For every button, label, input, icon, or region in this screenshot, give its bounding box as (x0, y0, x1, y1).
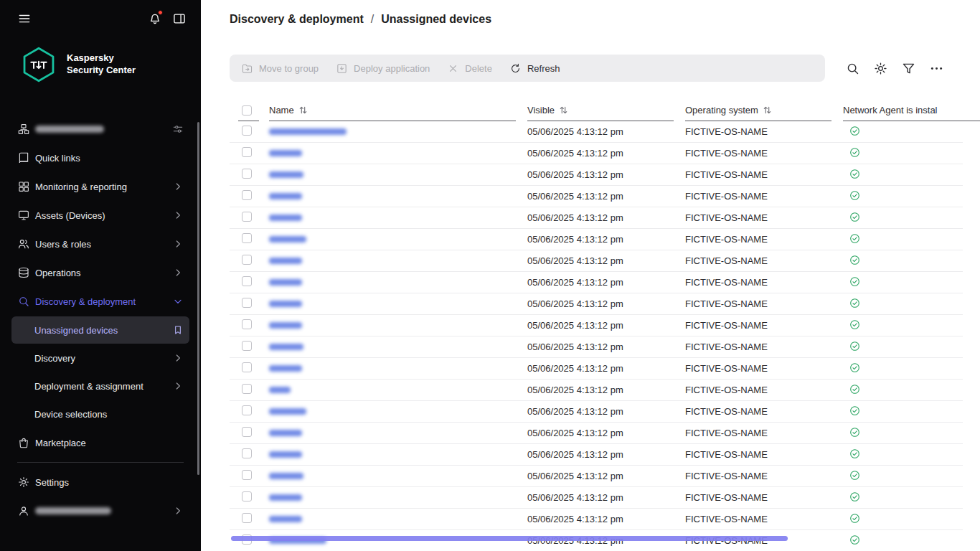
row-checkbox[interactable] (242, 491, 252, 501)
device-name-link-redacted[interactable] (269, 494, 302, 501)
device-name-link-redacted[interactable] (269, 258, 302, 264)
horizontal-scrollbar-thumb[interactable] (231, 536, 788, 541)
device-name-link-redacted[interactable] (269, 236, 306, 242)
table-row[interactable]: 05/06/2025 4:13:12 pm FICTIVE-OS-NAME (230, 444, 963, 466)
row-checkbox[interactable] (242, 255, 252, 265)
row-checkbox[interactable] (242, 169, 252, 179)
table-row[interactable]: 05/06/2025 4:13:12 pm FICTIVE-OS-NAME (230, 272, 963, 293)
bookmark-icon[interactable] (172, 324, 184, 336)
table-row[interactable]: 05/06/2025 4:13:12 pm FICTIVE-OS-NAME (230, 293, 963, 315)
column-header-visible[interactable]: Visible (527, 99, 685, 121)
deploy-application-button[interactable]: Deploy application (327, 55, 438, 82)
table-row[interactable]: 05/06/2025 4:13:12 pm FICTIVE-OS-NAME (230, 186, 963, 207)
table-row[interactable]: 05/06/2025 4:13:12 pm FICTIVE-OS-NAME (230, 358, 963, 380)
sidebar-item-assets-devices[interactable]: Assets (Devices) (11, 201, 189, 230)
row-checkbox[interactable] (242, 427, 252, 437)
table-row[interactable]: 05/06/2025 4:13:12 pm FICTIVE-OS-NAME (230, 207, 963, 229)
delete-button[interactable]: Delete (438, 55, 501, 82)
sort-icon[interactable] (559, 105, 568, 115)
device-name-link-redacted[interactable] (269, 150, 302, 156)
device-name-link-redacted[interactable] (269, 408, 306, 415)
device-name-link-redacted[interactable] (269, 193, 302, 199)
sidebar-item-quick-links[interactable]: Quick links (11, 143, 189, 172)
device-name-link-redacted[interactable] (269, 365, 302, 372)
table-row[interactable]: 05/06/2025 4:13:12 pm FICTIVE-OS-NAME (230, 143, 963, 164)
row-checkbox[interactable] (242, 448, 252, 458)
sidebar-item-settings[interactable]: Settings (11, 468, 189, 496)
table-row[interactable]: 05/06/2025 4:13:12 pm FICTIVE-OS-NAME (230, 509, 963, 530)
refresh-button[interactable]: Refresh (501, 55, 569, 82)
breadcrumb-parent[interactable]: Discovery & deployment (230, 13, 364, 26)
row-visible-time: 05/06/2025 4:13:12 pm (527, 406, 685, 417)
menu-toggle-button[interactable] (17, 11, 32, 26)
more-options-button[interactable] (929, 61, 944, 76)
side-panel-toggle-button[interactable] (172, 11, 187, 26)
column-header-operating-system[interactable]: Operating system (685, 99, 843, 121)
table-row[interactable]: 05/06/2025 4:13:12 pm FICTIVE-OS-NAME (230, 315, 963, 336)
row-checkbox[interactable] (242, 212, 252, 222)
table-row[interactable]: 05/06/2025 4:13:12 pm FICTIVE-OS-NAME (230, 336, 963, 358)
sidebar-item-monitoring-reporting[interactable]: Monitoring & reporting (11, 172, 189, 201)
sidebar-item-deployment-assignment[interactable]: Deployment & assignment (11, 372, 189, 400)
device-name-link-redacted[interactable] (269, 171, 303, 178)
table-row[interactable]: 05/06/2025 4:13:12 pm FICTIVE-OS-NAME (230, 121, 963, 143)
row-operating-system: FICTIVE-OS-NAME (685, 298, 843, 309)
sidebar-item-users-roles[interactable]: Users & roles (11, 230, 189, 258)
sidebar-item-operations[interactable]: Operations (11, 258, 189, 287)
column-header-name[interactable]: Name (269, 99, 527, 121)
device-name-link-redacted[interactable] (269, 451, 302, 458)
table-row[interactable]: 05/06/2025 4:13:12 pm FICTIVE-OS-NAME (230, 423, 963, 444)
server-properties-icon[interactable] (172, 123, 184, 135)
notification-dot (158, 10, 163, 15)
table-row[interactable]: 05/06/2025 4:13:12 pm FICTIVE-OS-NAME (230, 487, 963, 509)
row-checkbox[interactable] (242, 147, 252, 157)
sidebar-item-device-selections[interactable]: Device selections (11, 400, 189, 428)
filter-button[interactable] (901, 61, 916, 76)
users-icon (17, 237, 30, 250)
device-name-link-redacted[interactable] (269, 301, 302, 307)
row-checkbox[interactable] (242, 233, 252, 243)
row-checkbox[interactable] (242, 362, 252, 372)
table-row[interactable]: 05/06/2025 4:13:12 pm FICTIVE-OS-NAME (230, 229, 963, 250)
sidebar-item-marketplace[interactable]: Marketplace (11, 428, 189, 457)
sidebar-item-server[interactable] (11, 115, 189, 143)
column-header-network-agent[interactable]: Network Agent is instal (843, 99, 963, 121)
table-row[interactable]: 05/06/2025 4:13:12 pm FICTIVE-OS-NAME (230, 401, 963, 423)
row-checkbox[interactable] (242, 405, 252, 415)
sidebar-scrollbar[interactable] (197, 122, 199, 475)
table-row[interactable]: 05/06/2025 4:13:12 pm FICTIVE-OS-NAME (230, 380, 963, 401)
row-operating-system: FICTIVE-OS-NAME (685, 169, 843, 180)
device-name-link-redacted[interactable] (269, 473, 303, 479)
row-checkbox[interactable] (242, 298, 252, 308)
table-row[interactable]: 05/06/2025 4:13:12 pm FICTIVE-OS-NAME (230, 466, 963, 487)
row-checkbox[interactable] (242, 319, 252, 329)
device-name-link-redacted[interactable] (269, 322, 302, 329)
select-all-checkbox[interactable] (242, 105, 252, 116)
row-checkbox[interactable] (242, 470, 252, 480)
move-to-group-button[interactable]: Move to group (232, 55, 327, 82)
sidebar-item-user-account[interactable] (11, 496, 189, 525)
device-name-link-redacted[interactable] (269, 279, 302, 286)
search-button[interactable] (845, 61, 860, 76)
sidebar-item-discovery[interactable]: Discovery (11, 344, 189, 372)
device-name-link-redacted[interactable] (269, 387, 291, 393)
device-name-link-redacted[interactable] (269, 516, 302, 522)
notifications-button[interactable] (148, 11, 162, 26)
device-name-link-redacted[interactable] (269, 430, 302, 436)
row-checkbox[interactable] (242, 513, 252, 523)
row-checkbox[interactable] (242, 341, 252, 351)
row-checkbox[interactable] (242, 126, 252, 136)
sort-icon[interactable] (298, 105, 308, 115)
sort-icon[interactable] (763, 105, 772, 115)
device-name-link-redacted[interactable] (269, 344, 303, 350)
row-checkbox[interactable] (242, 384, 252, 394)
row-checkbox[interactable] (242, 190, 252, 200)
column-settings-button[interactable] (873, 61, 888, 76)
device-name-link-redacted[interactable] (269, 128, 347, 135)
table-row[interactable]: 05/06/2025 4:13:12 pm FICTIVE-OS-NAME (230, 164, 963, 186)
sidebar-item-discovery-deployment[interactable]: Discovery & deployment (11, 287, 189, 316)
table-row[interactable]: 05/06/2025 4:13:12 pm FICTIVE-OS-NAME (230, 250, 963, 272)
row-checkbox[interactable] (242, 276, 252, 286)
sidebar-item-unassigned-devices[interactable]: Unassigned devices (11, 316, 189, 344)
device-name-link-redacted[interactable] (269, 215, 302, 221)
